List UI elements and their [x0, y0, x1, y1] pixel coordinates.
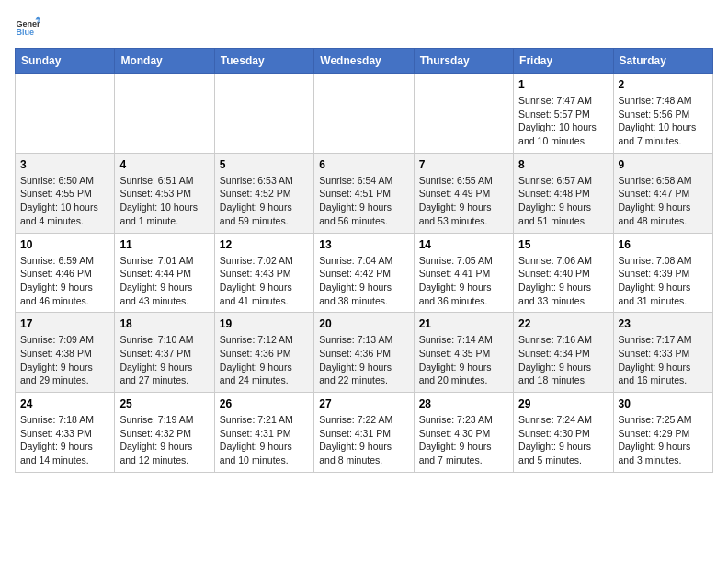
- day-info: Sunrise: 6:53 AM Sunset: 4:52 PM Dayligh…: [220, 174, 309, 228]
- day-info: Sunrise: 7:08 AM Sunset: 4:39 PM Dayligh…: [619, 254, 708, 308]
- day-number: 15: [518, 238, 608, 251]
- calendar-body: 1Sunrise: 7:47 AM Sunset: 5:57 PM Daylig…: [16, 74, 713, 473]
- column-header-monday: Monday: [115, 49, 214, 74]
- calendar-cell: 22Sunrise: 7:16 AM Sunset: 4:34 PM Dayli…: [514, 313, 613, 393]
- calendar-cell: 19Sunrise: 7:12 AM Sunset: 4:36 PM Dayli…: [214, 313, 313, 393]
- day-info: Sunrise: 7:12 AM Sunset: 4:36 PM Dayligh…: [220, 333, 309, 387]
- calendar-cell: 2Sunrise: 7:48 AM Sunset: 5:56 PM Daylig…: [613, 74, 712, 154]
- day-number: 11: [119, 238, 209, 251]
- day-number: 28: [419, 397, 508, 410]
- day-info: Sunrise: 7:13 AM Sunset: 4:36 PM Dayligh…: [319, 333, 408, 387]
- day-info: Sunrise: 6:50 AM Sunset: 4:55 PM Dayligh…: [20, 174, 109, 228]
- day-info: Sunrise: 7:17 AM Sunset: 4:33 PM Dayligh…: [619, 333, 708, 387]
- day-number: 29: [518, 397, 608, 410]
- calendar-week-3: 10Sunrise: 6:59 AM Sunset: 4:46 PM Dayli…: [16, 233, 713, 313]
- day-info: Sunrise: 7:05 AM Sunset: 4:41 PM Dayligh…: [419, 254, 508, 308]
- day-number: 16: [619, 238, 708, 251]
- day-number: 27: [319, 397, 408, 410]
- calendar-cell: 6Sunrise: 6:54 AM Sunset: 4:51 PM Daylig…: [314, 153, 414, 233]
- day-info: Sunrise: 7:09 AM Sunset: 4:38 PM Dayligh…: [20, 333, 109, 387]
- day-number: 30: [619, 397, 708, 410]
- calendar-cell: 7Sunrise: 6:55 AM Sunset: 4:49 PM Daylig…: [414, 153, 513, 233]
- day-info: Sunrise: 7:14 AM Sunset: 4:35 PM Dayligh…: [419, 333, 508, 387]
- calendar-cell: 23Sunrise: 7:17 AM Sunset: 4:33 PM Dayli…: [613, 313, 712, 393]
- calendar-cell: [16, 74, 115, 154]
- calendar-cell: 12Sunrise: 7:02 AM Sunset: 4:43 PM Dayli…: [214, 233, 313, 313]
- day-number: 3: [20, 158, 109, 171]
- day-info: Sunrise: 7:02 AM Sunset: 4:43 PM Dayligh…: [220, 254, 309, 308]
- day-info: Sunrise: 7:25 AM Sunset: 4:29 PM Dayligh…: [619, 413, 708, 467]
- day-number: 6: [319, 158, 408, 171]
- day-number: 8: [518, 158, 608, 171]
- calendar-cell: 18Sunrise: 7:10 AM Sunset: 4:37 PM Dayli…: [115, 313, 214, 393]
- day-number: 19: [220, 317, 309, 330]
- page-header: General Blue: [15, 15, 713, 40]
- calendar-week-1: 1Sunrise: 7:47 AM Sunset: 5:57 PM Daylig…: [16, 74, 713, 154]
- day-info: Sunrise: 7:04 AM Sunset: 4:42 PM Dayligh…: [319, 254, 408, 308]
- column-header-tuesday: Tuesday: [214, 49, 313, 74]
- calendar-cell: 20Sunrise: 7:13 AM Sunset: 4:36 PM Dayli…: [314, 313, 414, 393]
- calendar-cell: 27Sunrise: 7:22 AM Sunset: 4:31 PM Dayli…: [314, 393, 414, 473]
- day-number: 24: [20, 397, 109, 410]
- calendar-cell: 30Sunrise: 7:25 AM Sunset: 4:29 PM Dayli…: [613, 393, 712, 473]
- calendar-cell: 4Sunrise: 6:51 AM Sunset: 4:53 PM Daylig…: [115, 153, 214, 233]
- day-info: Sunrise: 7:48 AM Sunset: 5:56 PM Dayligh…: [619, 94, 708, 148]
- day-number: 12: [220, 238, 309, 251]
- svg-text:Blue: Blue: [16, 28, 34, 37]
- calendar-cell: 9Sunrise: 6:58 AM Sunset: 4:47 PM Daylig…: [613, 153, 712, 233]
- day-info: Sunrise: 7:23 AM Sunset: 4:30 PM Dayligh…: [419, 413, 508, 467]
- calendar-cell: [115, 74, 214, 154]
- day-number: 21: [419, 317, 508, 330]
- calendar-week-4: 17Sunrise: 7:09 AM Sunset: 4:38 PM Dayli…: [16, 313, 713, 393]
- day-number: 17: [20, 317, 109, 330]
- calendar-cell: 25Sunrise: 7:19 AM Sunset: 4:32 PM Dayli…: [115, 393, 214, 473]
- column-header-sunday: Sunday: [16, 49, 115, 74]
- calendar-cell: 16Sunrise: 7:08 AM Sunset: 4:39 PM Dayli…: [613, 233, 712, 313]
- day-info: Sunrise: 7:47 AM Sunset: 5:57 PM Dayligh…: [518, 94, 608, 148]
- day-number: 14: [419, 238, 508, 251]
- calendar-cell: 13Sunrise: 7:04 AM Sunset: 4:42 PM Dayli…: [314, 233, 414, 313]
- calendar-week-5: 24Sunrise: 7:18 AM Sunset: 4:33 PM Dayli…: [16, 393, 713, 473]
- day-info: Sunrise: 7:01 AM Sunset: 4:44 PM Dayligh…: [119, 254, 209, 308]
- calendar-cell: 15Sunrise: 7:06 AM Sunset: 4:40 PM Dayli…: [514, 233, 613, 313]
- column-header-friday: Friday: [514, 49, 613, 74]
- day-info: Sunrise: 7:22 AM Sunset: 4:31 PM Dayligh…: [319, 413, 408, 467]
- calendar-cell: 28Sunrise: 7:23 AM Sunset: 4:30 PM Dayli…: [414, 393, 513, 473]
- day-info: Sunrise: 7:19 AM Sunset: 4:32 PM Dayligh…: [119, 413, 209, 467]
- day-number: 5: [220, 158, 309, 171]
- day-info: Sunrise: 7:06 AM Sunset: 4:40 PM Dayligh…: [518, 254, 608, 308]
- calendar-cell: 26Sunrise: 7:21 AM Sunset: 4:31 PM Dayli…: [214, 393, 313, 473]
- calendar-cell: 29Sunrise: 7:24 AM Sunset: 4:30 PM Dayli…: [514, 393, 613, 473]
- calendar-cell: 3Sunrise: 6:50 AM Sunset: 4:55 PM Daylig…: [16, 153, 115, 233]
- calendar-cell: 11Sunrise: 7:01 AM Sunset: 4:44 PM Dayli…: [115, 233, 214, 313]
- calendar-header-row: SundayMondayTuesdayWednesdayThursdayFrid…: [16, 49, 713, 74]
- day-number: 1: [518, 78, 608, 91]
- calendar-cell: 14Sunrise: 7:05 AM Sunset: 4:41 PM Dayli…: [414, 233, 513, 313]
- day-number: 26: [220, 397, 309, 410]
- day-info: Sunrise: 6:58 AM Sunset: 4:47 PM Dayligh…: [619, 174, 708, 228]
- day-number: 10: [20, 238, 109, 251]
- day-number: 9: [619, 158, 708, 171]
- logo-icon: General Blue: [15, 15, 40, 40]
- calendar-cell: 1Sunrise: 7:47 AM Sunset: 5:57 PM Daylig…: [514, 74, 613, 154]
- day-number: 7: [419, 158, 508, 171]
- day-number: 13: [319, 238, 408, 251]
- calendar-cell: 21Sunrise: 7:14 AM Sunset: 4:35 PM Dayli…: [414, 313, 513, 393]
- day-info: Sunrise: 7:24 AM Sunset: 4:30 PM Dayligh…: [518, 413, 608, 467]
- day-number: 20: [319, 317, 408, 330]
- calendar-cell: 8Sunrise: 6:57 AM Sunset: 4:48 PM Daylig…: [514, 153, 613, 233]
- calendar-table: SundayMondayTuesdayWednesdayThursdayFrid…: [15, 48, 713, 473]
- day-info: Sunrise: 7:10 AM Sunset: 4:37 PM Dayligh…: [119, 333, 209, 387]
- day-number: 25: [119, 397, 209, 410]
- day-number: 22: [518, 317, 608, 330]
- logo: General Blue: [15, 15, 44, 40]
- day-number: 18: [119, 317, 209, 330]
- svg-text:General: General: [16, 19, 40, 29]
- day-info: Sunrise: 7:16 AM Sunset: 4:34 PM Dayligh…: [518, 333, 608, 387]
- column-header-wednesday: Wednesday: [314, 49, 414, 74]
- day-number: 2: [619, 78, 708, 91]
- calendar-cell: [314, 74, 414, 154]
- svg-marker-2: [35, 16, 40, 19]
- column-header-thursday: Thursday: [414, 49, 513, 74]
- day-info: Sunrise: 6:51 AM Sunset: 4:53 PM Dayligh…: [119, 174, 209, 228]
